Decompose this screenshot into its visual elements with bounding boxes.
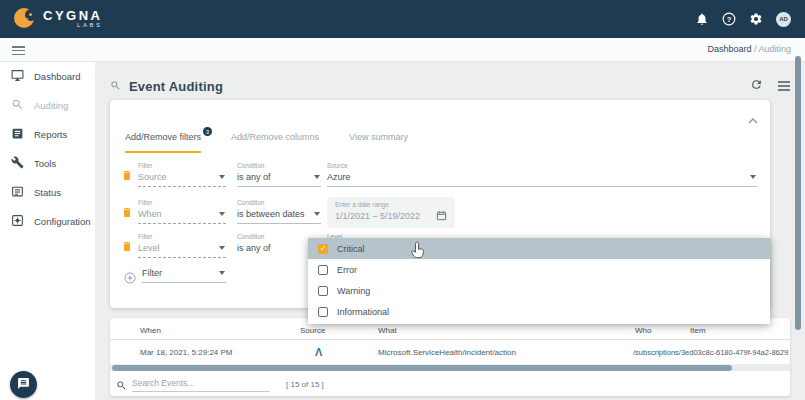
chat-support-button[interactable] [10,371,37,398]
app-window: CYGNA LABS ? AD Dashboard / Auditing [0,0,805,400]
vertical-scrollbar-thumb[interactable] [795,56,801,330]
auditing-search-icon [11,98,24,113]
checkbox-checked-icon[interactable]: ✓ [318,244,328,254]
checkbox-unchecked-icon[interactable] [318,286,328,296]
date-range-field[interactable]: Enter a date range 1/1/2021 – 5/19/2022 [327,197,455,228]
svg-text:?: ? [727,15,732,24]
level-option-warning[interactable]: Warning [308,280,770,301]
source-value-select[interactable]: Source Azure [327,162,757,187]
chevron-down-icon [750,175,756,179]
dashboard-icon [11,69,24,84]
collapse-panel-chevron-up-icon[interactable] [748,110,758,128]
notifications-bell-icon[interactable] [695,12,709,26]
event-auditing-icon [110,77,121,95]
reports-icon [11,127,24,142]
filter-type-select[interactable]: Filter When [138,199,226,224]
column-header-when[interactable]: When [140,326,161,335]
results-count: [ 15 of 15 ] [286,380,324,389]
breadcrumb-auditing: Auditing [758,44,791,54]
column-header-item[interactable]: Item [690,326,706,335]
tab-add-remove-filters[interactable]: Add/Remove filters 3 [125,132,201,153]
brand-name: CYGNA [43,10,102,22]
configuration-icon [11,214,24,229]
sub-header: Dashboard / Auditing [0,38,805,62]
filter-tabs: Add/Remove filters 3 Add/Remove columns … [125,132,408,153]
sidebar-item-auditing[interactable]: Auditing [0,91,95,120]
sidebar-item-configuration[interactable]: Configuration [0,207,95,236]
page-header: Event Auditing [110,76,790,96]
breadcrumb: Dashboard / Auditing [707,44,791,54]
wrench-icon [11,156,24,171]
cell-item: /subscriptions/3ed03c8c-6180-479f-94a2-8… [633,348,789,357]
calendar-icon[interactable] [436,207,447,225]
filter-type-select[interactable]: Filter Source [138,162,226,187]
sidebar-item-status[interactable]: Status [0,178,95,207]
azure-source-icon: Λ [315,347,322,357]
sidebar-item-tools[interactable]: Tools [0,149,95,178]
status-server-icon [11,185,24,200]
tab-add-remove-columns[interactable]: Add/Remove columns [231,132,319,153]
cygna-logo: CYGNA LABS [14,8,102,30]
chevron-down-icon [314,175,320,179]
new-filter-select[interactable]: Filter [142,268,226,283]
events-table: When Source What Who Item Mar 18, 2021, … [110,318,790,396]
level-dropdown-menu: ✓ Critical Error Warning Informational [308,238,770,324]
table-footer: [ 15 of 15 ] [110,371,790,396]
refresh-icon[interactable] [750,77,763,95]
delete-filter-icon[interactable] [121,205,133,223]
sidebar-item-reports[interactable]: Reports [0,120,95,149]
brand-subname: LABS [43,22,102,29]
level-option-error[interactable]: Error [308,259,770,280]
condition-select[interactable]: Condition is any of [237,162,321,187]
mouse-hand-cursor [408,240,428,264]
filters-count-badge: 3 [203,127,212,136]
chevron-down-icon [219,212,225,216]
filter-type-select[interactable]: Filter Level [138,233,226,258]
tab-view-summary[interactable]: View summary [349,132,408,153]
add-filter-plus-icon[interactable] [124,270,136,288]
cygna-logo-icon [14,8,36,30]
level-option-critical[interactable]: ✓ Critical [308,238,770,259]
sidebar: Dashboard Auditing Reports Tools Status … [0,62,95,400]
column-header-what[interactable]: What [378,326,397,335]
delete-filter-icon[interactable] [121,239,133,257]
delete-filter-icon[interactable] [121,168,133,186]
settings-gear-icon[interactable] [749,12,763,26]
cell-when: Mar 18, 2021, 5:29:24 PM [140,348,233,357]
chevron-down-icon [219,271,225,275]
search-events-input[interactable] [132,378,270,392]
checkbox-unchecked-icon[interactable] [318,265,328,275]
table-row[interactable]: Mar 18, 2021, 5:29:24 PM Λ Microsoft.Ser… [110,340,790,365]
search-icon [116,377,127,395]
chevron-down-icon [314,212,320,216]
chevron-down-icon [219,175,225,179]
sidebar-toggle-icon[interactable] [12,46,25,55]
column-header-who[interactable]: Who [635,326,651,335]
sidebar-item-dashboard[interactable]: Dashboard [0,62,95,91]
checkbox-unchecked-icon[interactable] [318,307,328,317]
chat-bubble-icon [17,376,30,394]
condition-select[interactable]: Condition is between dates [237,199,321,224]
cell-what: Microsoft.ServiceHealth/incident/action [378,348,516,357]
top-bar: CYGNA LABS ? AD [0,0,805,38]
column-header-source[interactable]: Source [300,326,325,335]
chevron-down-icon [219,246,225,250]
user-avatar[interactable]: AD [776,12,791,27]
page-title: Event Auditing [129,79,223,94]
help-icon[interactable]: ? [722,12,736,26]
level-option-informational[interactable]: Informational [308,301,770,322]
table-menu-icon[interactable] [778,77,790,95]
breadcrumb-dashboard[interactable]: Dashboard [707,44,751,54]
